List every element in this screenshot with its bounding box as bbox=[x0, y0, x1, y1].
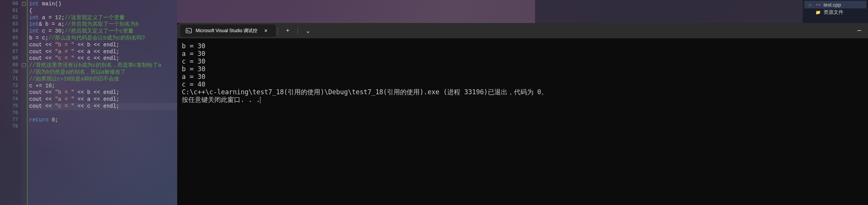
line-number: 65 bbox=[0, 35, 18, 42]
terminal-line: a = 30 bbox=[182, 50, 863, 57]
fold-column: −− bbox=[21, 0, 27, 205]
line-number: 61 bbox=[0, 8, 18, 15]
background-overlay-right bbox=[535, 0, 804, 23]
fold-toggle[interactable]: − bbox=[22, 63, 26, 67]
code-line[interactable]: { bbox=[29, 8, 177, 15]
line-number: 66 bbox=[0, 42, 18, 49]
terminal-line: b = 30 bbox=[182, 65, 863, 73]
code-line[interactable]: cout << "b = " << b << endl; bbox=[29, 42, 177, 49]
terminal-line: a = 30 bbox=[182, 73, 863, 80]
line-number: 70 bbox=[0, 69, 18, 76]
expand-icon[interactable]: ▷ bbox=[809, 3, 813, 7]
tab-dropdown-button[interactable]: ⌄ bbox=[300, 25, 316, 37]
fold-toggle[interactable]: − bbox=[22, 2, 26, 6]
line-number: 76 bbox=[0, 110, 18, 117]
code-line[interactable]: cout << "a = " << a << endl; bbox=[29, 49, 177, 56]
terminal-titlebar: Microsoft Visual Studio 调试控 × + ⌄ — bbox=[177, 23, 868, 38]
code-line[interactable]: int main() bbox=[29, 1, 177, 8]
terminal-icon bbox=[186, 28, 192, 34]
terminal-tab[interactable]: Microsoft Visual Studio 调试控 × bbox=[180, 25, 276, 37]
code-editor[interactable]: 60616263646566676869707172737475767778 −… bbox=[0, 0, 177, 205]
code-line[interactable]: //显然这里并没有让b成为c的别名，而是将c复制给了a bbox=[29, 62, 177, 69]
line-number: 60 bbox=[0, 1, 18, 8]
solution-item[interactable]: 📁资源文件 bbox=[804, 8, 866, 16]
code-content[interactable]: int main(){ int a = 12;//这里我定义了一个变量 int&… bbox=[27, 0, 177, 205]
code-line[interactable]: int& b = a;//并且我为其取了一个别名为b bbox=[29, 21, 177, 28]
solution-item-label: 资源文件 bbox=[824, 9, 843, 16]
file-icon: 📁 bbox=[815, 10, 821, 15]
new-tab-button[interactable]: + bbox=[280, 25, 295, 37]
line-number: 74 bbox=[0, 96, 18, 103]
solution-item-label: test.cpp bbox=[824, 2, 841, 8]
line-number: 63 bbox=[0, 21, 18, 28]
code-line[interactable]: return 0; bbox=[29, 117, 177, 124]
code-line[interactable]: cout << "b = " << b << endl; bbox=[29, 89, 177, 96]
terminal-line: 按任意键关闭此窗口. . . bbox=[182, 96, 863, 103]
code-line[interactable]: //如果我让c+10但是a和b仍旧不会改 bbox=[29, 76, 177, 83]
code-line[interactable]: cout << "a = " << a << endl; bbox=[29, 96, 177, 103]
code-line[interactable]: //因为b仍然是a的别名，所以a被修改了 bbox=[29, 69, 177, 76]
titlebar-divider bbox=[277, 27, 278, 34]
code-line[interactable]: c += 10; bbox=[29, 83, 177, 90]
solution-explorer[interactable]: ▷++test.cpp📁资源文件 bbox=[803, 0, 868, 23]
code-line[interactable] bbox=[29, 110, 177, 117]
window-controls: — bbox=[850, 23, 868, 38]
terminal-window: Microsoft Visual Studio 调试控 × + ⌄ — b = … bbox=[177, 23, 868, 205]
code-line[interactable]: b = c;//那么这句代码是会让b成为c的别名吗? bbox=[29, 35, 177, 42]
code-line[interactable]: cout << "c = " << c << endl; bbox=[29, 55, 177, 62]
tab-close-button[interactable]: × bbox=[261, 26, 270, 35]
titlebar-divider bbox=[298, 27, 298, 34]
svg-rect-0 bbox=[186, 28, 191, 33]
line-number: 64 bbox=[0, 28, 18, 35]
line-number: 72 bbox=[0, 83, 18, 90]
line-number: 67 bbox=[0, 49, 18, 56]
line-number: 68 bbox=[0, 55, 18, 62]
terminal-output[interactable]: b = 30a = 30c = 30b = 30a = 30c = 40C:\c… bbox=[177, 38, 868, 205]
line-number: 75 bbox=[0, 103, 18, 110]
line-number-gutter: 60616263646566676869707172737475767778 bbox=[0, 0, 21, 205]
terminal-line: c = 40 bbox=[182, 80, 863, 88]
code-line[interactable]: cout << "c = " << c << endl; bbox=[29, 103, 177, 110]
line-number: 62 bbox=[0, 15, 18, 21]
code-line[interactable]: int a = 12;//这里我定义了一个变量 bbox=[29, 15, 177, 21]
minimize-button[interactable]: — bbox=[850, 25, 868, 37]
terminal-tab-title: Microsoft Visual Studio 调试控 bbox=[196, 28, 257, 34]
code-line[interactable] bbox=[29, 123, 177, 130]
line-number: 73 bbox=[0, 89, 18, 96]
terminal-line: b = 30 bbox=[182, 42, 863, 50]
line-number: 77 bbox=[0, 117, 18, 124]
line-number: 69 bbox=[0, 62, 18, 69]
terminal-line: C:\c++\c-learning\test7_18(引用的使用)\Debug\… bbox=[182, 88, 863, 96]
line-number: 71 bbox=[0, 76, 18, 83]
terminal-line: c = 30 bbox=[182, 57, 863, 65]
file-icon: ++ bbox=[815, 2, 821, 7]
line-number: 78 bbox=[0, 123, 18, 130]
solution-item[interactable]: ▷++test.cpp bbox=[804, 1, 866, 8]
code-line[interactable]: int c = 30;//然后我又定义了一个c变量 bbox=[29, 28, 177, 35]
